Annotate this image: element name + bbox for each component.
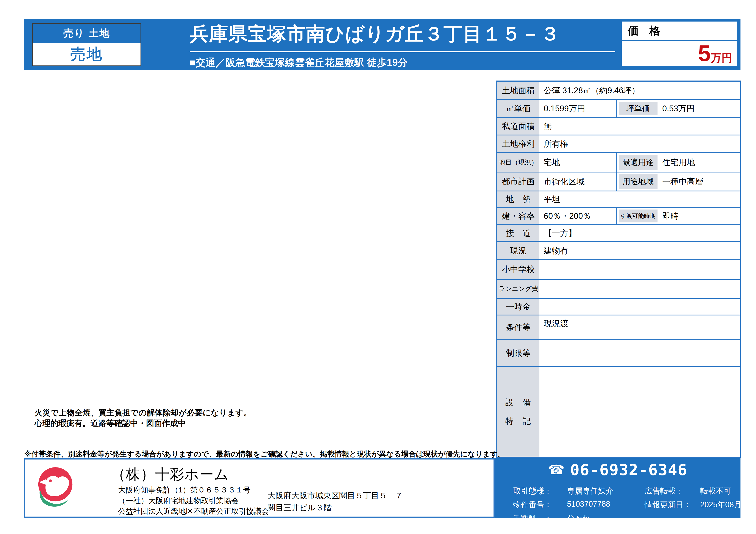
row-value: 市街化区域 [539, 172, 617, 191]
info-line: 情報更新日： 2025年08月04日 [645, 499, 756, 510]
info-label: 物件番号： [513, 499, 567, 510]
transport-access-line: ■交通／阪急電鉄宝塚線雲雀丘花屋敷駅 徒歩19分 [190, 56, 408, 69]
table-row: ㎡単価 0.1599万円 坪単価 0.53万円 [497, 99, 740, 117]
phone-row: ☎ 06-6932-6346 [495, 458, 741, 479]
row-value: 【一方】 [539, 225, 740, 242]
row-label: 接 道 [497, 225, 539, 242]
info-value: 分かれ [567, 513, 591, 524]
phone-number: 06-6932-6346 [570, 461, 688, 479]
info-label: 広告転載： [645, 486, 700, 496]
row-label: ㎡単価 [497, 100, 539, 117]
table-row: 現況 建物有 [497, 242, 740, 259]
table-row: ランニング費 [497, 279, 740, 298]
row-label: 都市計画 [497, 172, 539, 191]
agency-logo-icon [34, 467, 77, 509]
property-table: 土地面積 公簿 31.28㎡（約9.46坪） ㎡単価 0.1599万円 坪単価 … [496, 81, 741, 458]
price-value: 5 万円 [622, 41, 737, 65]
row-value: 現況渡 [539, 316, 740, 339]
property-address-title: 兵庫県宝塚市南ひばりガ丘３丁目１５－３ [190, 21, 560, 47]
row-value: 宅地 [539, 153, 617, 172]
row-label: 土地権利 [497, 136, 539, 152]
row-value: 0.53万円 [659, 100, 740, 117]
disclaimer-text: ※付帯条件、別途料金等が発生する場合がありますので、最新の情報をご確認ください。… [24, 449, 505, 459]
row-value: 即時 [659, 208, 740, 224]
row-value [539, 367, 740, 457]
row-value: 一種中高層 [659, 172, 740, 191]
row-label: 一時金 [497, 299, 539, 315]
table-row: 接 道 【一方】 [497, 224, 740, 242]
table-row: 条件等 現況渡 [497, 315, 740, 339]
table-row: 土地権利 所有権 [497, 135, 740, 152]
row-value: 無 [539, 118, 740, 135]
price-label: 価 格 [622, 21, 737, 40]
table-row: 地 勢 平坦 [497, 191, 740, 207]
row-label: 小中学校 [497, 260, 539, 279]
property-notes: 火災で上物全焼、買主負担での解体除却が必要になります。 心理的瑕疵有。道路等確認… [35, 408, 252, 429]
row-label: 条件等 [497, 316, 539, 339]
row-value: 建物有 [539, 242, 740, 259]
row-value: 所有権 [539, 136, 740, 152]
row-value [539, 340, 740, 366]
title-underline [190, 51, 615, 52]
info-label: 手数料 ： [513, 513, 567, 524]
table-row: 地目（現況） 宅地 最適用途 住宅用地 [497, 152, 740, 172]
row-value: 0.1599万円 [539, 100, 617, 117]
info-line: 広告転載： 転載不可 [645, 486, 756, 496]
info-value: 専属専任媒介 [567, 486, 613, 496]
row-label: 用途地域 [617, 172, 659, 191]
row-label: 現況 [497, 242, 539, 259]
flyer-header: 売り 土地 売地 兵庫県宝塚市南ひばりガ丘３丁目１５－３ ■交通／阪急電鉄宝塚線… [24, 19, 741, 70]
price-amount: 5 [698, 42, 711, 64]
row-label: ランニング費 [497, 280, 539, 298]
row-value: 住宅用地 [659, 153, 740, 172]
info-line: 取引態様： 専属専任媒介 [513, 486, 613, 496]
row-label: 地目（現況） [497, 153, 539, 172]
row-value [539, 299, 740, 315]
row-label: 最適用途 [617, 153, 659, 172]
license-info: 大阪府知事免許（1）第０６５３３１号 （一社）大阪府宅地建物取引業協会 公益社団… [118, 484, 269, 517]
table-row: 制限等 [497, 339, 740, 366]
price-unit: 万円 [711, 53, 732, 63]
table-row: 小中学校 [497, 259, 740, 279]
table-row: 私道面積 無 [497, 117, 740, 135]
property-flyer: 売り 土地 売地 兵庫県宝塚市南ひばりガ丘３丁目１５－３ ■交通／阪急電鉄宝塚線… [0, 0, 756, 534]
agency-info-box: （株）十彩ホーム 大阪府知事免許（1）第０６５３３１号 （一社）大阪府宅地建物取… [24, 458, 495, 518]
sale-category-label: 売り 土地 [33, 24, 141, 43]
info-label: 情報更新日： [645, 499, 700, 510]
info-value: 5103707788 [567, 499, 610, 510]
row-label: 引渡可能時期 [617, 208, 659, 224]
company-address: 大阪府大阪市城東区関目５丁目５－７ 関目三井ビル３階 [267, 490, 403, 514]
row-label: 坪単価 [617, 100, 659, 117]
contact-info-box: ☎ 06-6932-6346 取引態様： 専属専任媒介 物件番号： 510370… [495, 458, 741, 518]
table-row: 都市計画 市街化区域 用途地域 一種中高層 [497, 172, 740, 191]
table-row: 設 備 特 記 [497, 366, 740, 457]
table-row: 土地面積 公簿 31.28㎡（約9.46坪） [497, 82, 740, 99]
info-label: 取引態様： [513, 486, 567, 496]
publication-info-column: 広告転載： 転載不可 情報更新日： 2025年08月04日 [645, 486, 756, 510]
info-line: 物件番号： 5103707788 [513, 499, 613, 510]
row-value [539, 260, 740, 279]
sale-type-label: 売地 [33, 43, 141, 65]
sale-type-badge: 売り 土地 売地 [32, 23, 141, 66]
telephone-icon: ☎ [548, 463, 564, 476]
row-value [539, 280, 740, 298]
company-name: （株）十彩ホーム [111, 465, 229, 484]
info-value: 2025年08月04日 [700, 499, 756, 510]
row-label: 制限等 [497, 340, 539, 366]
row-label: 建・容率 [497, 208, 539, 224]
row-label: 設 備 特 記 [497, 367, 539, 457]
table-row: 一時金 [497, 298, 740, 315]
row-label: 地 勢 [497, 191, 539, 207]
transaction-info-column: 取引態様： 専属専任媒介 物件番号： 5103707788 手数料 ： 分かれ [513, 486, 613, 524]
info-line: 手数料 ： 分かれ [513, 513, 613, 524]
table-row: 建・容率 60％・200％ 引渡可能時期 即時 [497, 207, 740, 224]
row-value: 60％・200％ [539, 208, 617, 224]
row-value: 公簿 31.28㎡（約9.46坪） [539, 82, 740, 99]
info-value: 転載不可 [700, 486, 731, 496]
row-value: 平坦 [539, 191, 740, 207]
row-label: 私道面積 [497, 118, 539, 135]
row-label: 土地面積 [497, 82, 539, 99]
price-box: 価 格 5 万円 [622, 21, 737, 66]
